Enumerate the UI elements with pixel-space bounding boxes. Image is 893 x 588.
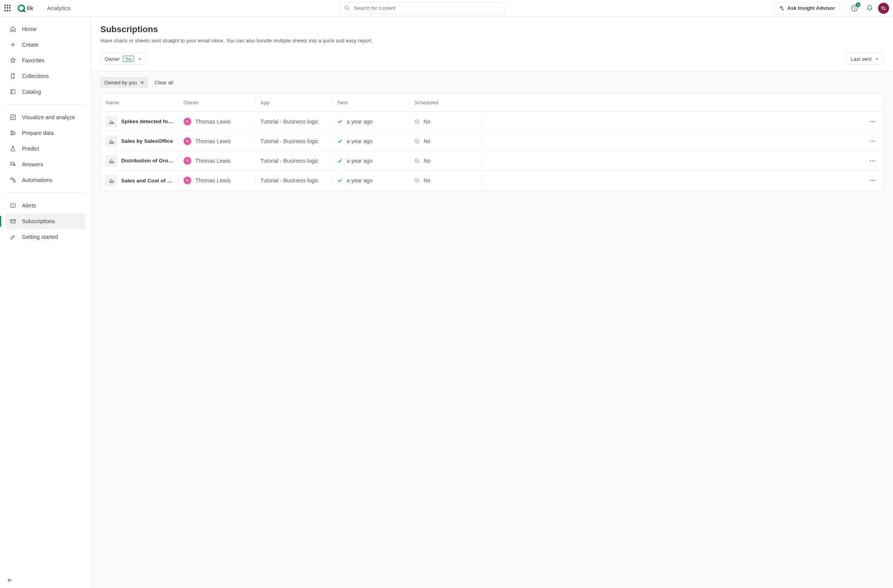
sidebar-item-create[interactable]: Create [5,37,85,53]
owner-avatar: TL [184,157,191,165]
filter-label: Owner [105,56,120,62]
check-icon [337,119,343,124]
cell-name: Sales by SalesOffice [101,135,178,147]
sort-button[interactable]: Last sent [846,53,884,65]
nav-separator [5,193,85,193]
collapse-sidebar-button[interactable] [0,572,91,588]
cell-actions [481,116,883,127]
svg-point-4 [855,10,855,10]
table-row[interactable]: Sales and Cost of Sale …TLThomas LewisTu… [101,171,883,190]
filter-value-chip: You [123,56,134,62]
cell-actions [481,155,883,167]
sidebar-item-visualize[interactable]: Visualize and analyze [5,109,85,125]
owner-filter-button[interactable]: Owner You [100,53,146,65]
chart-icon [105,135,117,147]
qlik-logo-icon: lik [17,4,41,12]
svg-rect-11 [13,180,15,182]
sidebar-item-alerts[interactable]: Alerts [5,198,85,213]
plus-icon [9,41,16,48]
chart-icon [105,116,117,127]
cell-app: Tutorial - Business logic [255,118,332,125]
content-area: Owned by you ✕ Clear all Name Owner App … [91,71,893,588]
catalog-icon [9,88,16,95]
col-scheduled[interactable]: Scheduled [409,100,481,106]
chevron-down-icon [137,56,142,61]
filter-chips-row: Owned by you ✕ Clear all [100,77,884,88]
col-name[interactable]: Name [101,100,178,106]
sidebar-item-favorites[interactable]: Favorites [5,53,85,68]
sidebar-item-label: Subscriptions [22,218,55,224]
chart-icon [105,175,117,186]
sort-label: Last sent [851,56,871,62]
svg-point-28 [870,180,871,181]
sidebar-item-label: Getting started [22,234,58,240]
cell-scheduled: No [409,158,481,164]
collapse-icon [7,577,13,583]
ask-label: Ask Insight Advisor [787,5,835,11]
sidebar-item-label: Favorites [22,57,45,64]
sidebar-item-prepare[interactable]: Prepare data [5,125,85,141]
svg-point-30 [874,180,875,181]
app-launcher-icon[interactable] [4,4,12,12]
more-actions-button[interactable] [867,135,878,147]
hub-name: Analytics [47,5,71,11]
owner-name: Thomas Lewis [195,177,231,184]
check-icon [337,138,343,144]
cell-owner: TLThomas Lewis [178,118,255,126]
cell-sent: a year ago [332,177,409,184]
scheduled-value: No [424,118,431,125]
profile-avatar[interactable]: TL [878,3,889,14]
star-icon [9,57,16,64]
home-icon [9,25,16,33]
more-actions-button[interactable] [867,155,878,167]
subscriptions-table: Name Owner App Sent Scheduled Spikes det… [100,93,884,191]
sidebar-item-home[interactable]: Home [5,21,85,37]
sidebar-item-label: Create [22,42,38,48]
sidebar-item-label: Answers [22,161,43,167]
svg-point-2 [345,6,348,9]
col-owner[interactable]: Owner [178,100,255,106]
table-row[interactable]: Sales by SalesOfficeTLThomas LewisTutori… [101,131,883,151]
sidebar-item-getting-started[interactable]: Getting started [5,229,85,245]
more-actions-button[interactable] [867,116,878,127]
answers-icon [9,161,16,168]
separator [844,4,844,13]
sidebar: Home Create Favorites Collections Catalo… [0,16,91,588]
sidebar-item-label: Prepare data [22,130,54,136]
col-sent[interactable]: Sent [332,100,409,106]
ask-insight-advisor-button[interactable]: Ask Insight Advisor [773,2,840,14]
owner-name: Thomas Lewis [195,158,231,164]
svg-point-26 [874,160,875,161]
svg-point-29 [872,180,873,181]
sidebar-item-collections[interactable]: Collections [5,68,85,84]
svg-point-22 [874,140,875,142]
not-scheduled-icon [414,138,420,144]
flask-icon [9,145,16,152]
sidebar-item-answers[interactable]: Answers [5,157,85,172]
col-app[interactable]: App [255,100,332,106]
close-icon[interactable]: ✕ [140,80,144,86]
clear-all-button[interactable]: Clear all [155,80,173,86]
sidebar-item-automations[interactable]: Automations [5,172,85,188]
search-box[interactable] [340,2,504,14]
table-row[interactable]: Distribution of Gross Pr…TLThomas LewisT… [101,151,883,171]
not-scheduled-icon [414,158,420,164]
search-input[interactable] [353,5,500,11]
sidebar-item-label: Collections [22,73,49,79]
sidebar-item-subscriptions[interactable]: Subscriptions [5,213,85,229]
svg-point-13 [13,206,13,207]
cell-actions [481,175,883,186]
filter-chip-owned-by-you[interactable]: Owned by you ✕ [100,77,148,88]
sidebar-item-catalog[interactable]: Catalog [5,84,85,100]
owner-name: Thomas Lewis [195,118,231,125]
more-actions-button[interactable] [867,175,878,186]
table-row[interactable]: Spikes detected for Cos…TLThomas LewisTu… [101,112,883,131]
notifications-button[interactable] [863,2,876,15]
cell-scheduled: No [409,177,481,184]
sent-value: a year ago [347,118,373,125]
sidebar-item-label: Predict [22,146,39,152]
help-button[interactable]: 1 [848,2,861,15]
cell-owner: TLThomas Lewis [178,177,255,184]
sidebar-item-predict[interactable]: Predict [5,141,85,157]
owner-name: Thomas Lewis [195,138,231,144]
